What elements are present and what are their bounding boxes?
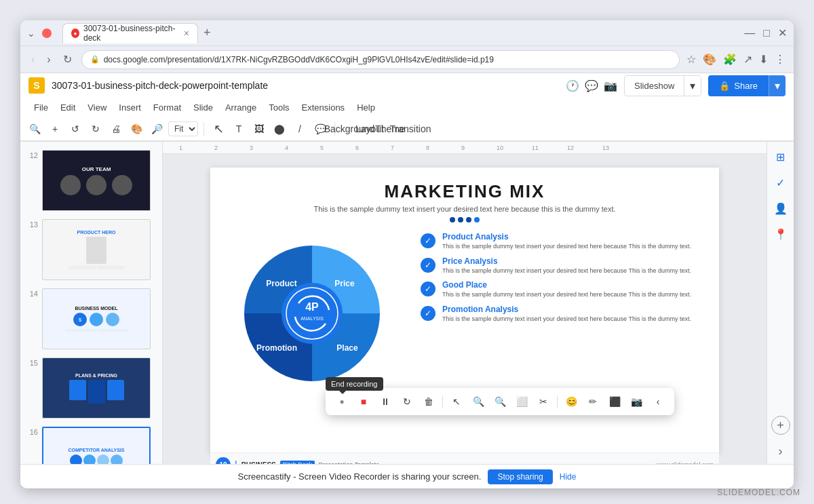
send-icon[interactable]: ↗ bbox=[743, 53, 752, 66]
analysis-text-price: Price Analysis This is the sample dummy … bbox=[442, 256, 691, 275]
analysis-text-product: Product Analysis This is the sample dumm… bbox=[442, 232, 691, 251]
refresh-btn[interactable]: ↻ bbox=[60, 52, 75, 67]
menu-edit[interactable]: Edit bbox=[55, 100, 81, 115]
zoom-out-tool[interactable]: 🔍 bbox=[26, 120, 43, 138]
slide-item-15[interactable]: 15 PLANS & PRICING bbox=[23, 355, 159, 421]
dot-1 bbox=[450, 217, 455, 222]
menu-format[interactable]: Format bbox=[148, 100, 187, 115]
slideshow-dropdown[interactable]: ▾ bbox=[684, 76, 701, 96]
delete-record-btn[interactable]: 🗑 bbox=[421, 393, 437, 410]
new-tab-button[interactable]: + bbox=[201, 26, 214, 40]
tab-favicon: ● bbox=[71, 28, 79, 38]
menu-file[interactable]: File bbox=[28, 100, 54, 115]
minimize-btn[interactable]: — bbox=[744, 27, 755, 39]
redo-tool[interactable]: ↻ bbox=[87, 120, 104, 138]
slide-title: MARKETING MIX bbox=[231, 181, 699, 202]
hide-link[interactable]: Hide bbox=[560, 472, 577, 482]
paint-tool[interactable]: 🎨 bbox=[128, 120, 145, 138]
zoom-tool[interactable]: 🔎 bbox=[148, 120, 166, 138]
cursor-tool[interactable]: ↖ bbox=[210, 120, 227, 138]
stop-record-btn[interactable]: ■ bbox=[355, 393, 372, 410]
doc-title[interactable]: 30073-01-business-pitch-deck-powerpoint-… bbox=[52, 80, 559, 91]
slide-item-16[interactable]: 16 COMPETITOR ANALYSIS bbox=[23, 424, 159, 464]
download-icon[interactable]: ⬇ bbox=[759, 53, 768, 66]
sidebar-icon-person[interactable]: 👤 bbox=[771, 199, 790, 218]
promotion-text: This is the sample dummy text insert you… bbox=[442, 315, 691, 324]
analysis-item-place: ✓ Good Place This is the sample dummy te… bbox=[421, 280, 699, 299]
check-icon-product: ✓ bbox=[421, 233, 435, 248]
ruler-5: 5 bbox=[320, 144, 355, 151]
zoom-select[interactable]: Fit bbox=[168, 121, 198, 136]
menu-tools[interactable]: Tools bbox=[263, 100, 294, 115]
slide-item-14[interactable]: 14 BUSINESS MODEL $ bbox=[23, 286, 159, 352]
image-tool[interactable]: 🖼 bbox=[250, 120, 268, 138]
menu-arrange[interactable]: Arrange bbox=[220, 100, 262, 115]
sidebar-icon-slides[interactable]: ⊞ bbox=[771, 147, 790, 166]
slide-footer: 19 | BUSINESS Pitch Deck Presentation Te… bbox=[210, 452, 719, 464]
address-right-icons: ☆ 🎨 🧩 ↗ ⬇ ⋮ bbox=[686, 53, 786, 66]
nav-chevron-down[interactable]: ⌄ bbox=[27, 28, 35, 39]
more-icon[interactable]: ⋮ bbox=[775, 53, 786, 66]
pause-record-btn[interactable]: ⏸ bbox=[377, 393, 393, 410]
check-icon-place: ✓ bbox=[421, 282, 435, 296]
product-heading: Product Analysis bbox=[442, 232, 691, 241]
slideshow-button[interactable]: Slideshow bbox=[625, 77, 684, 94]
ruler-12: 12 bbox=[567, 144, 602, 151]
tab-close-btn[interactable]: × bbox=[184, 28, 189, 39]
slide-thumb-12: OUR TEAM bbox=[42, 150, 151, 211]
transition-btn[interactable]: Transition bbox=[402, 120, 419, 138]
slide-item-13[interactable]: 13 PRODUCT HERO bbox=[23, 216, 159, 283]
close-btn[interactable]: ✕ bbox=[778, 26, 787, 39]
camera-icon[interactable]: 📷 bbox=[604, 79, 617, 92]
zoom-out-btn[interactable]: 🔍 bbox=[492, 393, 508, 410]
select-tool-btn[interactable]: ↖ bbox=[448, 393, 465, 410]
block-btn[interactable]: ⬛ bbox=[606, 393, 623, 410]
product-label: Product bbox=[266, 279, 296, 288]
emoji-btn[interactable]: 😊 bbox=[563, 393, 579, 410]
crop-btn[interactable]: ✂ bbox=[535, 393, 551, 410]
slide-number-badge: 19 bbox=[216, 457, 231, 464]
menu-slide[interactable]: Slide bbox=[188, 100, 218, 115]
print-tool[interactable]: 🖨 bbox=[107, 120, 125, 138]
close-button[interactable] bbox=[42, 28, 52, 38]
history-icon[interactable]: 🕐 bbox=[566, 79, 579, 92]
sidebar-right-arrow[interactable]: › bbox=[779, 444, 783, 459]
brand-logo-icon: | bbox=[235, 459, 237, 464]
address-input[interactable]: 🔒 docs.google.com/presentation/d/1X7RK-N… bbox=[81, 50, 680, 69]
add-tool[interactable]: + bbox=[46, 120, 64, 138]
active-tab[interactable]: ● 30073-01-business-pitch-deck × bbox=[62, 23, 198, 43]
maximize-btn[interactable]: □ bbox=[763, 27, 770, 39]
menu-help[interactable]: Help bbox=[351, 100, 381, 115]
slide-item-12[interactable]: 12 OUR TEAM bbox=[23, 147, 159, 214]
pencil-btn[interactable]: ✏ bbox=[585, 393, 601, 410]
stop-sharing-btn[interactable]: Stop sharing bbox=[488, 469, 552, 484]
chevron-left-btn[interactable]: ‹ bbox=[650, 393, 666, 410]
tab-title: 30073-01-business-pitch-deck bbox=[83, 24, 177, 43]
forward-btn[interactable]: › bbox=[44, 52, 53, 67]
sidebar-plus-btn[interactable]: + bbox=[771, 416, 790, 435]
menu-bar: File Edit View Insert Format Slide Arran… bbox=[20, 98, 794, 117]
menu-view[interactable]: View bbox=[82, 100, 112, 115]
line-tool[interactable]: / bbox=[291, 120, 309, 138]
sidebar-icon-check[interactable]: ✓ bbox=[771, 173, 790, 192]
star-icon[interactable]: ☆ bbox=[686, 53, 696, 66]
zoom-box-btn[interactable]: ⬜ bbox=[513, 393, 530, 410]
price-heading: Price Analysis bbox=[442, 256, 691, 266]
text-tool[interactable]: T bbox=[230, 120, 248, 138]
back-btn[interactable]: ‹ bbox=[28, 52, 37, 67]
comments-icon[interactable]: 💬 bbox=[585, 79, 598, 92]
share-dropdown[interactable]: ▾ bbox=[769, 75, 786, 96]
sidebar-icon-map[interactable]: 📍 bbox=[771, 225, 790, 244]
footer-right: www.slidemodel.com bbox=[657, 461, 714, 464]
zoom-in-btn[interactable]: 🔍 bbox=[470, 393, 486, 410]
undo-tool[interactable]: ↺ bbox=[66, 120, 84, 138]
menu-extensions[interactable]: Extensions bbox=[296, 100, 351, 115]
analysis-item-promotion: ✓ Promotion Analysis This is the sample … bbox=[421, 305, 699, 324]
screenshot-icon[interactable]: 🎨 bbox=[703, 53, 716, 66]
shape-tool[interactable]: ⬤ bbox=[271, 120, 288, 138]
camera-rec-btn[interactable]: 📷 bbox=[628, 393, 644, 410]
share-button[interactable]: 🔒 Share bbox=[708, 77, 769, 95]
menu-insert[interactable]: Insert bbox=[113, 100, 147, 115]
extensions-icon[interactable]: 🧩 bbox=[723, 53, 737, 66]
redo-record-btn[interactable]: ↻ bbox=[399, 393, 415, 410]
